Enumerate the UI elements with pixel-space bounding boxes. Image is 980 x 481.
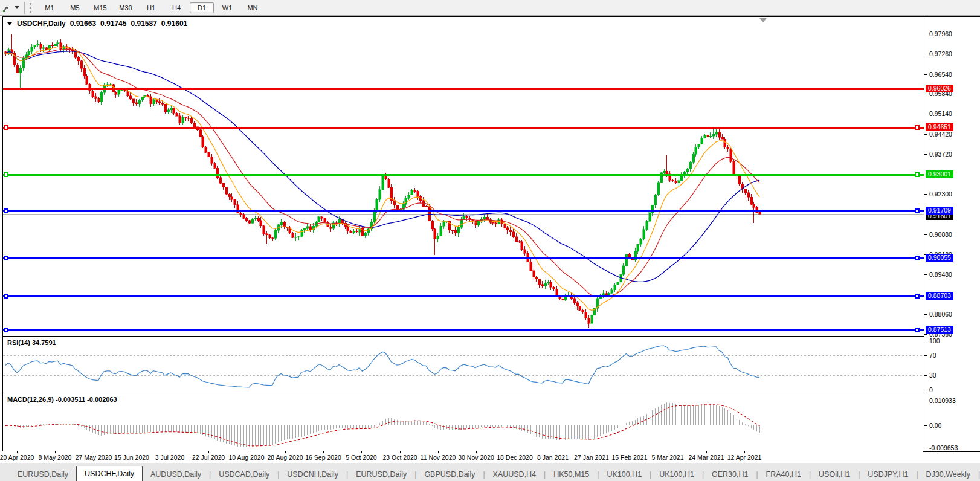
timeframe-button-mn[interactable]: MN — [240, 2, 265, 13]
chart-tab-audusd-daily[interactable]: AUDUSD,Daily — [143, 468, 209, 481]
cursor-tool-icon[interactable] — [1, 3, 12, 13]
chart-tab-uk100-h1[interactable]: UK100,H1 — [651, 468, 702, 481]
date-tick-mark — [55, 451, 56, 453]
date-axis-label: 8 Jan 2021 — [537, 454, 569, 461]
chart-tab-xauusd-h4[interactable]: XAUUSD,H4 — [485, 468, 544, 481]
chart-shift-marker-icon[interactable] — [759, 18, 767, 22]
line-handle[interactable] — [915, 209, 919, 213]
cursor-tool-glyph — [2, 4, 11, 12]
chart-tab-usdcnh-daily[interactable]: USDCNH,Daily — [279, 468, 346, 481]
date-tick-mark — [592, 451, 592, 453]
timeframe-button-h4[interactable]: H4 — [164, 2, 189, 13]
line-handle[interactable] — [915, 328, 919, 332]
date-axis-label: 5 Oct 2020 — [346, 454, 376, 461]
chart-area: USDCHF,Daily 0.91663 0.91745 0.91587 0.9… — [2, 16, 980, 452]
line-handle[interactable] — [4, 294, 8, 298]
date-tick-mark — [247, 451, 247, 453]
macd-axis-label: 0.00 — [929, 422, 941, 429]
toolbar-grip-handle[interactable] — [30, 3, 33, 13]
axis-tick-mark — [924, 355, 927, 356]
date-tick-mark — [400, 451, 401, 453]
chevron-down-icon[interactable] — [15, 6, 19, 9]
chart-tab-usdjpy-h1[interactable]: USDJPY,H1 — [860, 468, 916, 481]
axis-tick-mark — [924, 274, 927, 275]
date-tick-mark — [17, 451, 18, 453]
date-axis-label: 30 Nov 2020 — [458, 454, 494, 461]
date-tick-mark — [132, 451, 132, 453]
level-price-chip: 0.96026 — [926, 85, 953, 92]
chart-tab-eurusd-daily[interactable]: EURUSD,Daily — [10, 468, 76, 481]
date-tick-mark — [553, 451, 553, 453]
date-axis-label: 27 May 2020 — [76, 454, 112, 461]
line-handle[interactable] — [4, 173, 8, 176]
main-chart-svg[interactable] — [3, 17, 924, 336]
toolbar-divider — [24, 2, 25, 14]
ma-slow-line — [5, 51, 759, 282]
timeframe-button-d1[interactable]: D1 — [190, 2, 214, 13]
line-handle[interactable] — [4, 256, 8, 260]
timeframe-button-m30[interactable]: M30 — [114, 2, 138, 13]
date-axis-label: 5 Mar 2021 — [651, 454, 683, 461]
symbol-dropdown-icon[interactable] — [7, 22, 12, 25]
macd-pane-svg[interactable] — [3, 394, 924, 451]
axis-tick-mark — [924, 114, 927, 114]
price-axis-label: 0.96540 — [929, 71, 952, 78]
price-axis-label: 0.90880 — [929, 231, 952, 238]
date-tick-mark — [706, 451, 707, 453]
timeframe-button-m1[interactable]: M1 — [37, 2, 62, 13]
ma-mid-line — [5, 50, 759, 297]
chart-tab-hk50-m15[interactable]: HK50,M15 — [546, 468, 597, 481]
axis-tick-mark — [924, 94, 927, 94]
line-handle[interactable] — [915, 173, 919, 176]
chart-tab-usoil-h1[interactable]: USOil,H1 — [811, 468, 858, 481]
timeframe-button-h1[interactable]: H1 — [139, 2, 163, 13]
price-axis-label: 0.88060 — [929, 311, 952, 318]
line-handle[interactable] — [915, 294, 919, 298]
date-tick-mark — [438, 451, 439, 453]
rsi-label: RSI(14) 34.7591 — [7, 339, 56, 346]
level-price-chip: 0.90055 — [926, 254, 953, 262]
level-price-chip: 0.94651 — [926, 123, 953, 131]
price-axis[interactable]: 0.979600.972600.965400.958400.951400.944… — [924, 17, 980, 451]
axis-tick-mark — [924, 390, 927, 390]
macd-axis-label: -0.009653 — [929, 444, 958, 451]
line-handle[interactable] — [4, 328, 8, 332]
macd-axis-label: 0.010933 — [929, 397, 956, 404]
line-handle[interactable] — [4, 209, 8, 213]
date-axis-label: 12 Apr 2021 — [727, 454, 762, 461]
date-tick-mark — [323, 451, 324, 453]
axis-tick-mark — [924, 234, 927, 235]
rsi-pane-svg[interactable] — [3, 337, 924, 393]
pane-divider[interactable] — [3, 336, 980, 337]
price-axis-label: 0.95140 — [929, 110, 952, 117]
date-axis-label: 15 Jun 2020 — [114, 454, 149, 461]
timeframe-buttons: M1M5M15M30H1H4D1W1MN — [37, 2, 265, 13]
rsi-axis-label: 0 — [929, 386, 933, 393]
chart-tab-eurusd-daily[interactable]: EURUSD,Daily — [348, 468, 414, 481]
date-axis-label: 11 Nov 2020 — [421, 454, 456, 461]
price-axis-label: 0.89480 — [929, 271, 952, 278]
chart-tab-ger30-h1[interactable]: GER30,H1 — [704, 468, 756, 481]
date-axis-label: 28 Aug 2020 — [268, 454, 303, 461]
date-axis-label: 8 May 2020 — [39, 454, 72, 461]
axis-tick-mark — [924, 54, 927, 54]
chart-tab-dj30-weekly[interactable]: DJ30,Weekly — [918, 468, 978, 481]
timeframe-button-w1[interactable]: W1 — [215, 2, 239, 13]
chart-tab-uk100-h1[interactable]: UK100,H1 — [599, 468, 650, 481]
chart-tab-gbpusd-daily[interactable]: GBPUSD,Daily — [416, 468, 483, 481]
timeframe-button-m5[interactable]: M5 — [63, 2, 87, 13]
line-handle[interactable] — [915, 126, 919, 129]
date-axis-label: 22 Jul 2020 — [192, 454, 225, 461]
rsi-axis-label: 70 — [929, 352, 936, 359]
date-axis[interactable]: 20 Apr 20208 May 202027 May 202015 Jun 2… — [2, 451, 923, 462]
date-axis-label: 10 Aug 2020 — [229, 454, 265, 461]
timeframe-button-m15[interactable]: M15 — [88, 2, 112, 13]
date-axis-label: 15 Feb 2021 — [612, 454, 648, 461]
line-handle[interactable] — [915, 256, 919, 260]
chart-tab-usdchf-daily[interactable]: USDCHF,Daily — [76, 466, 143, 481]
chart-tab-fra40-h1[interactable]: FRA40,H1 — [758, 468, 809, 481]
chart-tab-usdcad-daily[interactable]: USDCAD,Daily — [211, 468, 277, 481]
date-tick-mark — [94, 451, 94, 453]
pane-divider[interactable] — [3, 393, 980, 393]
line-handle[interactable] — [4, 126, 8, 129]
